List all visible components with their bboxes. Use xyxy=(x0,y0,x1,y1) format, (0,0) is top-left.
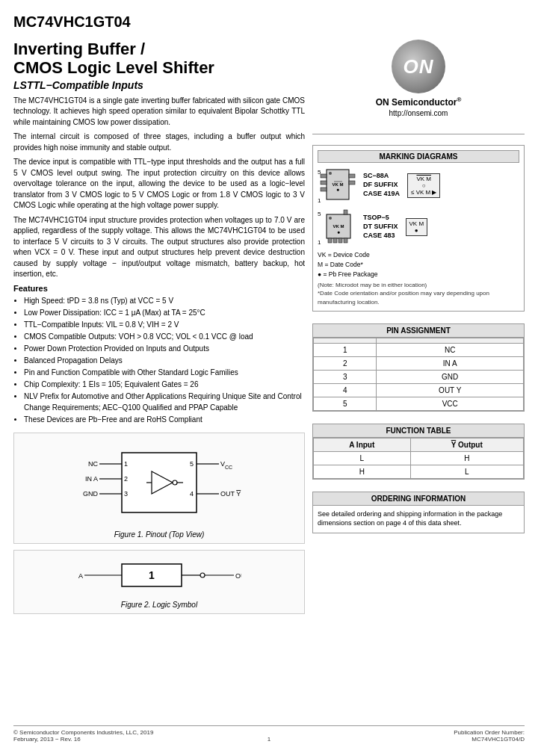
feature-item: NLV Prefix for Automotive and Other Appl… xyxy=(24,391,305,413)
body-para-2: The internal circuit is composed of thre… xyxy=(13,131,305,153)
pin-number: 4 xyxy=(314,383,377,397)
svg-text:●: ● xyxy=(337,229,340,235)
logo-area: ON ON Semiconductor® http://onsemi.com xyxy=(312,40,525,117)
function-table-header: FUNCTION TABLE xyxy=(313,424,524,438)
svg-point-47 xyxy=(329,217,332,220)
svg-text:1: 1 xyxy=(318,197,321,202)
svg-rect-33 xyxy=(349,174,355,178)
right-column: ON ON Semiconductor® http://onsemi.com M… xyxy=(312,40,525,718)
features-list: High Speed: tPD = 3.8 ns (Typ) at VCC = … xyxy=(13,295,305,425)
pin-table-row: 3GND xyxy=(314,370,524,383)
marking-legend: VK = Device Code M = Date Code* ● = Pb F… xyxy=(318,250,519,279)
pin-table-row: 2IN A xyxy=(314,356,524,370)
svg-text:3: 3 xyxy=(124,490,128,498)
body-para-4: The MC74VHC1GT04 input structure provide… xyxy=(13,215,305,280)
svg-text:1: 1 xyxy=(124,460,128,468)
marking-diagrams-section: MARKING DIAGRAMS 5 xyxy=(312,145,525,312)
features-header: Features xyxy=(13,284,305,293)
body-para-1: The MC74VHC1GT04 is a single gate invert… xyxy=(13,96,305,128)
svg-text:IN A: IN A xyxy=(85,475,98,483)
pin-name: GND xyxy=(377,370,524,383)
pin-name: OUT Y xyxy=(377,383,524,397)
svg-text:NC: NC xyxy=(88,460,98,468)
svg-text:OUT Y: OUT Y xyxy=(235,572,241,580)
on-logo: ON xyxy=(392,40,445,93)
feature-item: These Devices are Pb−Free and are RoHS C… xyxy=(24,414,305,425)
pin-table-row: 4OUT Y xyxy=(314,383,524,397)
svg-text:4: 4 xyxy=(190,490,194,498)
pin-col-header xyxy=(314,338,377,343)
svg-text:1: 1 xyxy=(149,569,155,581)
tsop5-label: TSOP−5 DT SUFFIX CASE 483 xyxy=(363,214,398,240)
func-table-row: LH xyxy=(314,451,524,465)
svg-rect-32 xyxy=(321,188,327,191)
svg-text:●: ● xyxy=(336,187,339,192)
func-y-output: L xyxy=(410,465,524,478)
feature-item: CMOS Compatible Outputs: VOH > 0.8 VCC; … xyxy=(24,331,305,342)
tsop5-image: 5 VK M xyxy=(318,208,359,246)
svg-text:2: 2 xyxy=(124,475,128,483)
pin-table-row: 5VCC xyxy=(314,397,524,410)
sc88a-row: 5 VK M xyxy=(318,167,519,204)
tsop5-row: 5 VK M xyxy=(318,208,519,246)
svg-rect-30 xyxy=(321,174,327,178)
svg-rect-46 xyxy=(344,210,347,214)
svg-text:5: 5 xyxy=(318,211,321,217)
tsop5-drawing: 5 VK M xyxy=(318,208,359,244)
pinout-diagram: NC 1 IN A 2 GND 3 xyxy=(62,438,256,527)
page: MC74VHC1GT04 Inverting Buffer / CMOS Log… xyxy=(0,0,538,756)
func-y-output: H xyxy=(410,451,524,465)
svg-text:5: 5 xyxy=(190,460,194,468)
part-number: MC74VHC1GT04 xyxy=(13,13,131,31)
divider xyxy=(312,134,525,134)
svg-rect-31 xyxy=(321,181,327,185)
pin-assignment-header: PIN ASSIGNMENT xyxy=(313,324,524,338)
sc88a-marking: VK M ○ ≤ VK M ▶ xyxy=(407,173,440,198)
ordering-header: ORDERING INFORMATION xyxy=(313,492,524,506)
svg-text:IN A: IN A xyxy=(77,572,83,580)
func-table-row: HL xyxy=(314,465,524,478)
logic-symbol-diagram: IN A 1 OUT Y xyxy=(77,555,241,596)
func-a-input: L xyxy=(314,451,411,465)
pin-number: 5 xyxy=(314,397,377,410)
pin-table-row: 1NC xyxy=(314,343,524,356)
marking-diagrams-header: MARKING DIAGRAMS xyxy=(318,150,519,163)
footer: © Semiconductor Components Industries, L… xyxy=(13,725,525,743)
svg-point-35 xyxy=(329,172,332,175)
pin-name: IN A xyxy=(377,356,524,370)
pin-number: 2 xyxy=(314,356,377,370)
pin-table: 1NC2IN A3GND4OUT Y5VCC xyxy=(313,338,524,411)
marking-note: (Note: Microdot may be in either locatio… xyxy=(318,281,519,306)
func-col-y-header: Y Output xyxy=(410,438,524,451)
svg-text:VK M: VK M xyxy=(333,224,344,229)
svg-rect-42 xyxy=(328,238,332,243)
sc88a-image: 5 VK M xyxy=(318,167,359,204)
pin-name: NC xyxy=(377,343,524,356)
name-col-header xyxy=(377,338,524,343)
func-a-input: H xyxy=(314,465,411,478)
svg-point-25 xyxy=(200,573,205,577)
sc88a-label: SC−88A DF SUFFIX CASE 419A xyxy=(363,172,400,198)
figure1-area: NC 1 IN A 2 GND 3 xyxy=(13,433,305,544)
feature-item: Chip Complexity: 1 EIs = 105; Equivalent… xyxy=(24,379,305,390)
figure2-area: IN A 1 OUT Y Figure 2. Logic Symbol xyxy=(13,550,305,614)
footer-copyright: © Semiconductor Components Industries, L… xyxy=(13,729,247,743)
svg-point-11 xyxy=(173,480,177,485)
svg-text:VCC: VCC xyxy=(220,460,232,470)
feature-item: Balanced Propagation Delays xyxy=(24,355,305,366)
sc88a-drawing: 5 VK M xyxy=(318,167,359,202)
figure2-caption: Figure 2. Logic Symbol xyxy=(19,601,300,609)
feature-item: Pin and Function Compatible with Other S… xyxy=(24,367,305,378)
feature-item: TTL−Compatible Inputs: VIL = 0.8 V; VIH … xyxy=(24,319,305,330)
footer-pub-order: Publication Order Number: MC74VHC1GT04/D xyxy=(291,729,525,743)
func-col-a-header: A Input xyxy=(314,438,411,451)
svg-rect-43 xyxy=(333,238,337,243)
function-table-section: FUNCTION TABLE A Input Y Output LHHL xyxy=(312,424,525,480)
svg-rect-45 xyxy=(344,238,347,243)
body-para-3: The device input is compatible with TTL−… xyxy=(13,157,305,211)
footer-page: 1 xyxy=(247,736,291,743)
product-title: Inverting Buffer / CMOS Logic Level Shif… xyxy=(13,40,305,78)
ordering-text: See detailed ordering and shipping infor… xyxy=(318,509,519,528)
tsop5-marking: VK M ● xyxy=(406,218,428,236)
figure1-caption: Figure 1. Pinout (Top View) xyxy=(19,530,300,539)
